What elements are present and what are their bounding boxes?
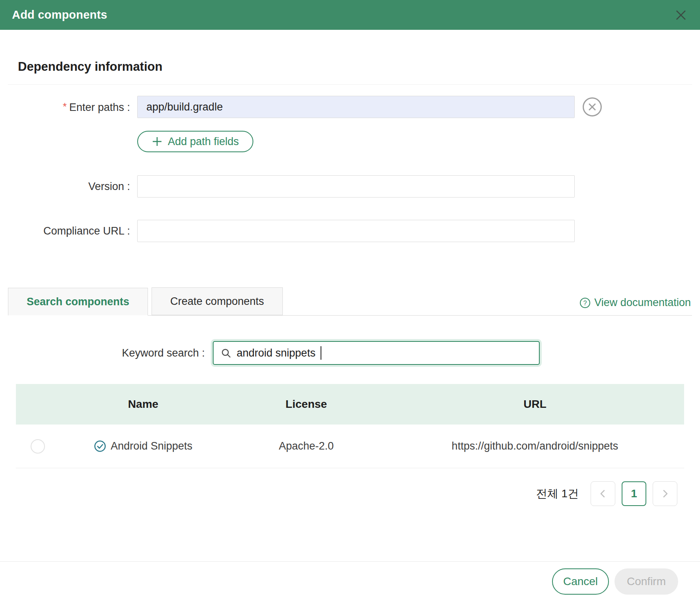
- keyword-search-label: Keyword search :: [18, 347, 205, 359]
- keyword-search-row: Keyword search : android snippets: [18, 341, 682, 365]
- dialog-footer: Cancel Confirm: [0, 561, 700, 601]
- version-input[interactable]: [137, 175, 575, 198]
- pagination-next-button[interactable]: [653, 481, 677, 506]
- add-path-row: Add path fields: [18, 131, 682, 152]
- component-name: Android Snippets: [111, 440, 192, 452]
- required-asterisk: *: [63, 101, 67, 112]
- close-icon: [674, 8, 688, 22]
- search-icon: [221, 348, 231, 359]
- enter-paths-label: *Enter paths :: [18, 101, 130, 114]
- components-table: Name License URL Android Snippets: [16, 384, 684, 468]
- column-header-url: URL: [386, 398, 684, 411]
- keyword-search-input[interactable]: android snippets: [213, 341, 540, 365]
- dialog-header: Add components: [0, 0, 700, 30]
- view-documentation-link[interactable]: ? View documentation: [579, 297, 691, 309]
- chevron-left-icon: [599, 489, 607, 498]
- table-row[interactable]: Android Snippets Apache-2.0 https://gith…: [16, 425, 684, 468]
- check-circle-icon: [94, 440, 106, 452]
- section-divider: [8, 84, 692, 85]
- pagination-prev-button[interactable]: [591, 481, 615, 506]
- add-path-fields-button[interactable]: Add path fields: [137, 131, 253, 152]
- column-header-license: License: [227, 398, 386, 411]
- chevron-right-icon: [661, 489, 669, 498]
- column-header-name: Name: [60, 398, 227, 411]
- dialog-title: Add components: [12, 8, 107, 21]
- text-cursor: [321, 346, 321, 360]
- cancel-button[interactable]: Cancel: [552, 568, 609, 595]
- enter-paths-input[interactable]: [137, 96, 575, 118]
- tab-search-components[interactable]: Search components: [8, 288, 148, 316]
- pagination-page-1-button[interactable]: 1: [622, 481, 646, 506]
- keyword-search-value: android snippets: [237, 347, 315, 359]
- compliance-url-label: Compliance URL :: [18, 225, 130, 237]
- tab-bar: Search components Create components ? Vi…: [8, 287, 692, 316]
- component-license: Apache-2.0: [227, 440, 386, 452]
- version-row: Version :: [18, 175, 682, 198]
- circle-x-icon: [582, 97, 603, 117]
- tab-create-components[interactable]: Create components: [152, 287, 283, 315]
- version-label: Version :: [18, 180, 130, 193]
- section-title: Dependency information: [18, 60, 682, 74]
- plus-icon: [152, 136, 163, 147]
- pagination-total: 전체 1건: [536, 486, 579, 501]
- table-header-row: Name License URL: [16, 384, 684, 425]
- compliance-url-row: Compliance URL :: [18, 220, 682, 242]
- close-button[interactable]: [674, 8, 688, 22]
- confirm-button[interactable]: Confirm: [614, 568, 678, 595]
- pagination: 전체 1건 1: [18, 481, 682, 506]
- enter-paths-row: *Enter paths :: [18, 96, 682, 118]
- clear-path-button[interactable]: [582, 97, 603, 117]
- compliance-url-input[interactable]: [137, 220, 575, 242]
- component-url: https://github.com/android/snippets: [386, 440, 684, 452]
- question-circle-icon: ?: [579, 297, 591, 308]
- add-components-dialog: Add components Dependency information *E…: [0, 0, 700, 601]
- row-radio-button[interactable]: [31, 439, 45, 454]
- svg-text:?: ?: [583, 299, 587, 306]
